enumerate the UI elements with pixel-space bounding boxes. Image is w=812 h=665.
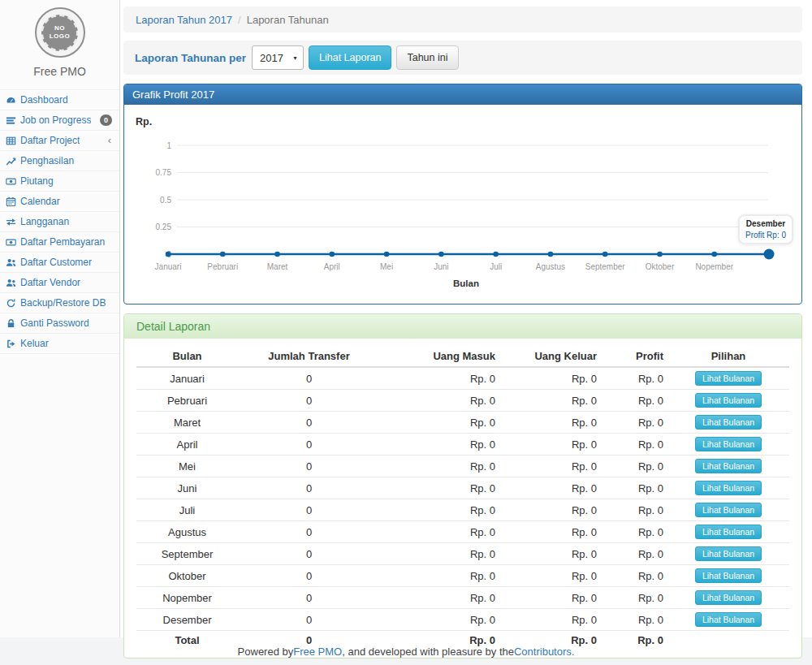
cell-pilihan: Lihat Bulanan: [667, 521, 789, 543]
cell-uang-masuk: Rp. 0: [380, 367, 499, 390]
sidebar-item-backup-restore-db[interactable]: Backup/Restore DB: [0, 293, 119, 313]
x-tick-label: Juni: [434, 262, 448, 271]
data-point-juni[interactable]: [438, 252, 444, 257]
sidebar-item-label: Calendar: [20, 196, 60, 207]
cell-bulan: Juli: [136, 499, 238, 521]
cell-bulan: April: [136, 434, 238, 456]
cell-uang-masuk: Rp. 0: [380, 499, 499, 521]
breadcrumb-current: Laporan Tahunan: [247, 14, 329, 26]
data-point-pebruari[interactable]: [220, 252, 226, 257]
cell-profit: Rp. 0: [601, 587, 667, 609]
app-layout: NO LOGO Free PMO DashboardJob on Progres…: [0, 0, 812, 637]
dashboard-icon: [6, 95, 16, 106]
cell-profit: Rp. 0: [601, 499, 667, 521]
footer-link-contributors[interactable]: Contributors.: [514, 646, 574, 658]
sidebar-item-langganan[interactable]: Langganan: [0, 212, 119, 232]
cell-pilihan: Lihat Bulanan: [667, 565, 789, 587]
sidebar-item-daftar-pembayaran[interactable]: Daftar Pembayaran: [0, 232, 119, 253]
cell-jumlah-transfer: 0: [238, 434, 380, 456]
lihat-bulanan-button[interactable]: Lihat Bulanan: [695, 546, 762, 561]
y-tick-label: 0.25: [156, 222, 172, 231]
cell-bulan: Pebruari: [136, 390, 238, 412]
lihat-bulanan-button[interactable]: Lihat Bulanan: [695, 459, 762, 473]
cell-profit: Rp. 0: [601, 521, 667, 543]
breadcrumb-link-laporan-tahun[interactable]: Laporan Tahun 2017: [136, 14, 232, 26]
sidebar-item-label: Job on Progress: [20, 114, 91, 126]
chart-panel-title: Grafik Profit 2017: [124, 84, 801, 105]
footer-text-prefix: Powered by: [238, 646, 294, 658]
data-point-agustus[interactable]: [548, 252, 554, 257]
sidebar-item-job-on-progress[interactable]: Job on Progress0: [0, 110, 119, 131]
cell-bulan: Agustus: [136, 521, 238, 543]
sidebar-item-calendar[interactable]: Calendar: [0, 192, 119, 212]
sidebar-item-piutang[interactable]: Piutang: [0, 171, 119, 192]
report-filter-bar: Laporan Tahunan per 2017 ▼ Lihat Laporan…: [123, 41, 802, 75]
cell-uang-masuk: Rp. 0: [380, 565, 499, 587]
lihat-bulanan-button[interactable]: Lihat Bulanan: [695, 612, 762, 627]
cell-jumlah-transfer: 0: [238, 456, 380, 477]
lihat-bulanan-button[interactable]: Lihat Bulanan: [695, 437, 762, 451]
sidebar-item-ganti-password[interactable]: Ganti Password: [0, 313, 119, 334]
cell-pilihan: Lihat Bulanan: [667, 390, 789, 412]
sidebar-item-label: Piutang: [20, 175, 54, 187]
table-row: Oktober0Rp. 0Rp. 0Rp. 0Lihat Bulanan: [136, 565, 789, 587]
cell-uang-masuk: Rp. 0: [380, 543, 499, 565]
lihat-bulanan-button[interactable]: Lihat Bulanan: [695, 568, 762, 583]
cell-uang-keluar: Rp. 0: [499, 456, 601, 477]
year-select[interactable]: 2017: [252, 45, 304, 70]
table-row: Juni0Rp. 0Rp. 0Rp. 0Lihat Bulanan: [136, 477, 789, 499]
sidebar-item-keluar[interactable]: Keluar: [0, 334, 119, 354]
data-point-juli[interactable]: [493, 252, 499, 257]
brand-name: Free PMO: [0, 65, 119, 81]
sidebar-item-daftar-customer[interactable]: Daftar Customer: [0, 253, 119, 273]
sidebar-item-dashboard[interactable]: Dashboard: [0, 90, 119, 110]
table-row: Desember0Rp. 0Rp. 0Rp. 0Lihat Bulanan: [136, 609, 789, 631]
cell-uang-masuk: Rp. 0: [380, 477, 499, 499]
tahun-ini-button[interactable]: Tahun ini: [396, 45, 458, 70]
cell-profit: Rp. 0: [601, 565, 667, 587]
table-row: Agustus0Rp. 0Rp. 0Rp. 0Lihat Bulanan: [136, 521, 789, 543]
data-point-oktober[interactable]: [657, 252, 663, 257]
lihat-bulanan-button[interactable]: Lihat Bulanan: [695, 393, 762, 408]
sidebar-item-daftar-project[interactable]: Daftar Project‹: [0, 131, 119, 151]
profit-chart: 00.250.50.751Rp.JanuariPebruariMaretApri…: [124, 105, 801, 304]
data-point-januari[interactable]: [166, 252, 171, 257]
lihat-laporan-button[interactable]: Lihat Laporan: [309, 45, 391, 70]
lihat-bulanan-button[interactable]: Lihat Bulanan: [695, 371, 762, 386]
lihat-bulanan-button[interactable]: Lihat Bulanan: [695, 415, 762, 430]
sidebar-item-label: Langganan: [20, 216, 69, 227]
data-point-mei[interactable]: [384, 252, 390, 257]
sidebar-item-daftar-vendor[interactable]: Daftar Vendor: [0, 273, 119, 293]
logo: NO LOGO Free PMO: [0, 0, 119, 84]
column-header-jumlah-transfer: Jumlah Transfer: [238, 346, 380, 367]
chart-area: 00.250.50.751Rp.JanuariPebruariMaretApri…: [124, 105, 801, 304]
data-point-desember[interactable]: [764, 249, 775, 260]
sidebar-item-penghasilan[interactable]: Penghasilan: [0, 151, 119, 171]
lihat-bulanan-button[interactable]: Lihat Bulanan: [695, 481, 762, 495]
data-point-maret[interactable]: [274, 252, 280, 257]
detail-laporan-panel: Detail Laporan BulanJumlah TransferUang …: [123, 313, 802, 659]
data-point-september[interactable]: [603, 252, 608, 257]
table-row: Nopember0Rp. 0Rp. 0Rp. 0Lihat Bulanan: [136, 587, 789, 609]
x-tick-label: Juli: [490, 262, 502, 271]
lihat-bulanan-button[interactable]: Lihat Bulanan: [695, 503, 762, 517]
refresh-icon: [6, 298, 16, 309]
x-tick-label: Nopember: [695, 262, 733, 271]
footer-link-free-pmo[interactable]: Free PMO: [293, 646, 342, 658]
cell-jumlah-transfer: 0: [238, 609, 380, 631]
cell-pilihan: Lihat Bulanan: [667, 477, 789, 499]
data-point-april[interactable]: [330, 252, 335, 257]
x-tick-label: Agustus: [536, 262, 565, 271]
users-icon: [6, 257, 16, 268]
cell-uang-keluar: Rp. 0: [499, 587, 601, 609]
cell-bulan: Desember: [136, 609, 238, 631]
cell-uang-keluar: Rp. 0: [499, 477, 601, 499]
cell-bulan: Nopember: [136, 587, 238, 609]
data-point-nopember[interactable]: [711, 252, 717, 257]
y-tick-label: 1: [166, 141, 171, 150]
lihat-bulanan-button[interactable]: Lihat Bulanan: [695, 590, 762, 605]
lihat-bulanan-button[interactable]: Lihat Bulanan: [695, 525, 762, 539]
cell-jumlah-transfer: 0: [238, 521, 380, 543]
cell-uang-keluar: Rp. 0: [499, 390, 601, 412]
sign-out-icon: [6, 339, 16, 349]
